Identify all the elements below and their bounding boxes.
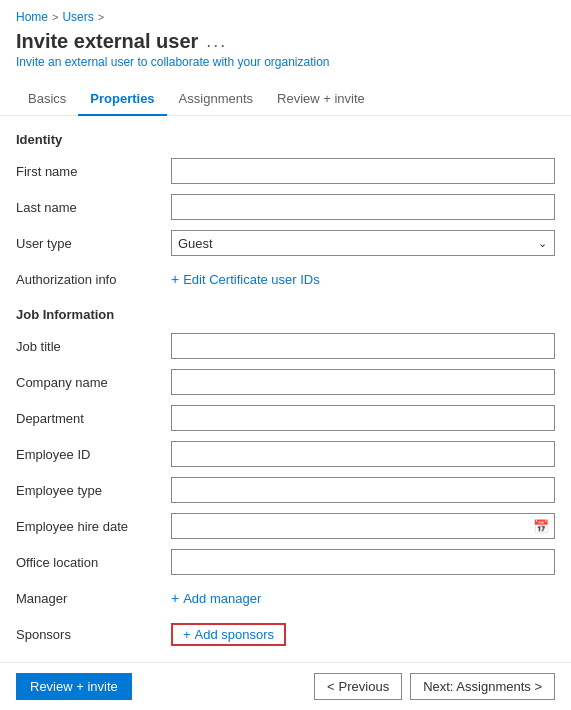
employee-hire-date-label: Employee hire date: [16, 519, 171, 534]
form-content: Identity First name Last name User type …: [0, 116, 571, 710]
sponsors-label: Sponsors: [16, 627, 171, 642]
employee-id-group: Employee ID: [16, 440, 555, 468]
breadcrumb: Home > Users >: [0, 0, 571, 28]
review-invite-button[interactable]: Review + invite: [16, 673, 132, 700]
breadcrumb-sep1: >: [52, 11, 58, 23]
bottom-bar: Review + invite < Previous Next: Assignm…: [0, 662, 571, 710]
job-title-input[interactable]: [171, 333, 555, 359]
employee-hire-date-input[interactable]: [171, 513, 555, 539]
add-manager-link[interactable]: + Add manager: [171, 590, 261, 606]
tabs: Basics Properties Assignments Review + i…: [0, 75, 571, 116]
next-label: Next: Assignments >: [423, 679, 542, 694]
manager-group: Manager + Add manager: [16, 584, 555, 612]
plus-icon: +: [183, 627, 191, 642]
user-type-label: User type: [16, 236, 171, 251]
employee-id-label: Employee ID: [16, 447, 171, 462]
add-sponsors-label: Add sponsors: [195, 627, 275, 642]
manager-label: Manager: [16, 591, 171, 606]
office-location-label: Office location: [16, 555, 171, 570]
plus-icon: +: [171, 271, 179, 287]
last-name-group: Last name: [16, 193, 555, 221]
first-name-input[interactable]: [171, 158, 555, 184]
department-group: Department: [16, 404, 555, 432]
employee-hire-date-group: Employee hire date 📅: [16, 512, 555, 540]
user-type-select[interactable]: Guest Member: [171, 230, 555, 256]
first-name-label: First name: [16, 164, 171, 179]
employee-type-group: Employee type: [16, 476, 555, 504]
office-location-input[interactable]: [171, 549, 555, 575]
company-name-input[interactable]: [171, 369, 555, 395]
first-name-group: First name: [16, 157, 555, 185]
page-header: Invite external user ... Invite an exter…: [0, 28, 571, 75]
job-title-group: Job title: [16, 332, 555, 360]
user-type-group: User type Guest Member ⌄: [16, 229, 555, 257]
add-manager-label: Add manager: [183, 591, 261, 606]
page-title: Invite external user: [16, 30, 198, 53]
tab-assignments[interactable]: Assignments: [167, 83, 265, 116]
previous-label: Previous: [339, 679, 390, 694]
company-name-label: Company name: [16, 375, 171, 390]
company-name-group: Company name: [16, 368, 555, 396]
department-input[interactable]: [171, 405, 555, 431]
job-title-label: Job title: [16, 339, 171, 354]
job-section-title: Job Information: [16, 307, 555, 322]
next-button[interactable]: Next: Assignments >: [410, 673, 555, 700]
previous-button[interactable]: < Previous: [314, 673, 402, 700]
tab-basics[interactable]: Basics: [16, 83, 78, 116]
department-label: Department: [16, 411, 171, 426]
sponsors-group: Sponsors + Add sponsors: [16, 620, 555, 648]
plus-icon: +: [171, 590, 179, 606]
employee-type-input[interactable]: [171, 477, 555, 503]
identity-section-title: Identity: [16, 132, 555, 147]
tab-review[interactable]: Review + invite: [265, 83, 377, 116]
breadcrumb-users[interactable]: Users: [62, 10, 93, 24]
employee-type-label: Employee type: [16, 483, 171, 498]
auth-info-group: Authorization info + Edit Certificate us…: [16, 265, 555, 293]
last-name-label: Last name: [16, 200, 171, 215]
auth-info-label: Authorization info: [16, 272, 171, 287]
add-sponsors-button[interactable]: + Add sponsors: [171, 623, 286, 646]
last-name-input[interactable]: [171, 194, 555, 220]
edit-certificate-link[interactable]: + Edit Certificate user IDs: [171, 271, 320, 287]
more-options-button[interactable]: ...: [206, 31, 227, 52]
breadcrumb-home[interactable]: Home: [16, 10, 48, 24]
edit-certificate-label: Edit Certificate user IDs: [183, 272, 320, 287]
breadcrumb-sep2: >: [98, 11, 104, 23]
employee-id-input[interactable]: [171, 441, 555, 467]
chevron-left-icon: <: [327, 679, 335, 694]
page-subtitle: Invite an external user to collaborate w…: [16, 55, 555, 69]
tab-properties[interactable]: Properties: [78, 83, 166, 116]
office-location-group: Office location: [16, 548, 555, 576]
